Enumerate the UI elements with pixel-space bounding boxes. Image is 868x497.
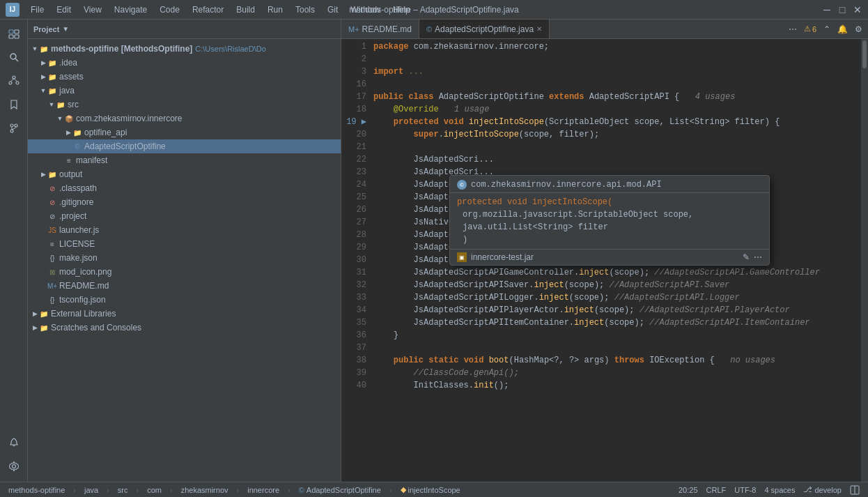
right-scrollbar[interactable] xyxy=(861,39,868,482)
menu-tools[interactable]: Tools xyxy=(290,3,320,16)
code-line-17: public class AdaptedScriptOptifine exten… xyxy=(371,91,861,103)
status-file-class[interactable]: © AdaptedScriptOptifine xyxy=(296,486,384,494)
tree-make-json[interactable]: {} make.json xyxy=(28,251,341,265)
settings-gear-button[interactable]: ⚙ xyxy=(852,23,865,36)
tree-mod-icon[interactable]: ⊠ mod_icon.png xyxy=(28,265,341,279)
tree-tsconfig[interactable]: {} tsconfig.json xyxy=(28,293,341,307)
tree-java[interactable]: ▼ 📁 java xyxy=(28,84,341,98)
line-num-21: 21 xyxy=(341,141,366,153)
code-line-33: JsAdaptedScriptAPILogger.inject(scope); … xyxy=(371,291,861,304)
line-num-38: 38 xyxy=(341,354,366,367)
status-branch[interactable]: ⎇ develop xyxy=(800,485,844,495)
tree-assets[interactable]: ▶ 📁 assets xyxy=(28,70,341,84)
warning-badge[interactable]: ⚠ 6 xyxy=(801,23,819,36)
tree-readme[interactable]: M+ README.md xyxy=(28,279,341,293)
status-position-label: 20:25 xyxy=(679,486,698,494)
status-indentation[interactable]: 4 spaces xyxy=(761,485,798,495)
tree-optifine-api[interactable]: ▶ 📁 optifine_api xyxy=(28,125,341,139)
line-num-29: 29 xyxy=(341,241,366,254)
tabs-overflow-button[interactable]: ⋯ xyxy=(786,23,800,36)
bookmarks-icon[interactable] xyxy=(3,93,25,116)
tree-scratches[interactable]: ▶ 📁 Scratches and Consoles xyxy=(28,321,341,335)
status-java[interactable]: java xyxy=(82,486,101,494)
menu-run[interactable]: Run xyxy=(262,3,288,16)
git-icon[interactable] xyxy=(3,117,25,139)
line-num-19: 19 ▶ xyxy=(341,116,366,128)
status-position[interactable]: 20:25 xyxy=(676,485,701,495)
launcher-js-label: launcher.js xyxy=(59,225,99,235)
breadcrumb-sep-4: › xyxy=(170,486,173,494)
project-caret-icon: ▼ xyxy=(62,25,69,33)
line-num-23: 23 xyxy=(341,166,366,178)
status-right: 20:25 CRLF UTF-8 4 spaces ⎇ develop xyxy=(676,485,862,495)
tab-adapted-icon: © xyxy=(426,25,432,33)
tsconfig-icon: {} xyxy=(47,295,57,305)
license-icon: ≡ xyxy=(47,239,57,249)
menu-git[interactable]: Git xyxy=(322,3,343,16)
menu-view[interactable]: View xyxy=(78,3,107,16)
status-encoding[interactable]: UTF-8 xyxy=(731,485,759,495)
autocomplete-edit-button[interactable]: ✎ xyxy=(743,252,750,262)
tree-src[interactable]: ▼ 📁 src xyxy=(28,98,341,112)
tree-project-file[interactable]: ⊘ .project xyxy=(28,209,341,223)
close-button[interactable]: ✕ xyxy=(853,5,862,15)
tree-package[interactable]: ▼ 📦 com.zhekasmirnov.innercore xyxy=(28,112,341,125)
maximize-button[interactable]: □ xyxy=(837,5,847,15)
tree-launcher-js[interactable]: JS launcher.js xyxy=(28,223,341,237)
line-num-2: 2 xyxy=(341,53,366,66)
make-json-icon: {} xyxy=(47,253,57,263)
tree-idea[interactable]: ▶ 📁 .idea xyxy=(28,56,341,70)
tab-adapted-script[interactable]: © AdaptedScriptOptifine.java ✕ xyxy=(419,20,550,38)
menu-file[interactable]: File xyxy=(25,3,49,16)
status-layout-icon[interactable] xyxy=(847,485,862,495)
java-caret-icon: ▼ xyxy=(39,87,47,94)
tab-close-icon[interactable]: ✕ xyxy=(536,25,542,33)
status-com[interactable]: com xyxy=(144,486,164,494)
line-num-16: 16 xyxy=(341,78,366,91)
menu-edit[interactable]: Edit xyxy=(51,3,77,16)
breadcrumb-sep-2: › xyxy=(107,486,109,494)
tab-adapted-label: AdaptedScriptOptifine.java xyxy=(435,24,534,34)
autocomplete-more-button[interactable]: ⋯ xyxy=(754,252,762,262)
line-num-31: 31 xyxy=(341,266,366,279)
status-src[interactable]: src xyxy=(115,486,131,494)
menu-code[interactable]: Code xyxy=(154,3,185,16)
structure-icon[interactable] xyxy=(3,70,25,92)
gitignore-icon: ⊘ xyxy=(47,197,57,207)
notifications-icon[interactable] xyxy=(3,431,25,454)
notifications-button[interactable]: 🔔 xyxy=(835,23,851,36)
left-toolbar xyxy=(0,20,28,482)
code-line-19: protected void injectIntoScope(Scriptabl… xyxy=(371,116,861,128)
svg-line-10 xyxy=(14,79,17,82)
menu-refactor[interactable]: Refactor xyxy=(187,3,229,16)
status-project[interactable]: methods-optifine xyxy=(6,486,68,494)
settings-icon[interactable] xyxy=(3,455,25,477)
status-method[interactable]: ◆ injectIntoScope xyxy=(398,485,463,494)
scrollbar-thumb[interactable] xyxy=(862,40,867,68)
status-zhekasmirnov[interactable]: zhekasmirnov xyxy=(178,486,231,494)
tree-adapted-script[interactable]: © AdaptedScriptOptifine xyxy=(28,139,341,153)
tree-root[interactable]: ▼ 📁 methods-optifine [MethodsOptifine] C… xyxy=(28,42,341,56)
tree-license[interactable]: ≡ LICENSE xyxy=(28,237,341,251)
tree-classpath[interactable]: ⊘ .classpath xyxy=(28,181,341,195)
autocomplete-param-2: java.util.List<String> filter xyxy=(463,221,762,234)
tree-gitignore[interactable]: ⊘ .gitignore xyxy=(28,195,341,209)
status-innercore[interactable]: innercore xyxy=(245,486,282,494)
menu-build[interactable]: Build xyxy=(231,3,261,16)
tree-external-libs[interactable]: ▶ 📁 External Libraries xyxy=(28,307,341,321)
output-label: output xyxy=(59,169,82,179)
tree-output[interactable]: ▶ 📁 output xyxy=(28,167,341,181)
tree-manifest[interactable]: ≡ manifest xyxy=(28,153,341,167)
project-icon[interactable] xyxy=(3,22,25,45)
expand-editor-button[interactable]: ⌃ xyxy=(821,23,833,36)
menu-navigate[interactable]: Navigate xyxy=(109,3,153,16)
status-line-ending[interactable]: CRLF xyxy=(704,485,729,495)
minimize-button[interactable]: ─ xyxy=(822,5,832,15)
project-panel-header: Project ▼ xyxy=(28,20,341,39)
tab-readme[interactable]: M+ README.md xyxy=(341,20,419,38)
find-icon[interactable] xyxy=(3,46,25,68)
code-line-20: super.injectIntoScope(scope, filter); xyxy=(371,128,861,141)
code-line-31: JsAdaptedScriptAPIGameController.inject(… xyxy=(371,266,861,279)
package-caret-icon: ▼ xyxy=(56,115,64,122)
optifine-caret-icon: ▶ xyxy=(64,129,72,136)
